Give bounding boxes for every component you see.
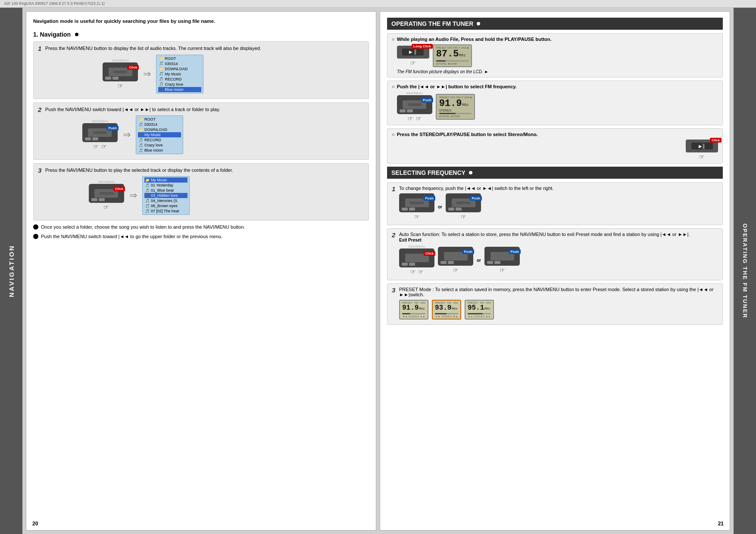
fm-lcd-caption: The FM function picture displays on the … — [397, 69, 552, 74]
header-text: Navigation mode is useful for quickly se… — [33, 18, 369, 25]
bullet-item-1: Once you select a folder, choose the son… — [33, 224, 369, 230]
fm-step-1: ○ While playing an Audio File, Press and… — [387, 33, 723, 78]
or-text-1: or — [438, 205, 442, 209]
preset-919: PRESETFMUSA 91.9MHz ◄◄STEREO►► — [399, 300, 428, 320]
step-3-number: 3 — [38, 167, 43, 174]
click-badge-step1: Click — [127, 65, 139, 70]
arrow-step2: ⇒ — [123, 129, 131, 140]
arrow-step3: ⇒ — [129, 190, 137, 201]
step-1-number: 1 — [38, 45, 43, 52]
file-list-step2: 📁ROOT 🎵030314 📁DOWNLOAD 🎵My Music 🎵RECOR… — [136, 115, 183, 154]
file-list-step1: 📁ROOT 🎵030314 📁DOWNLOAD 🎵My Music 🎵RECOR… — [156, 55, 203, 93]
autoscan-device3: Push ☞ — [484, 247, 520, 273]
preset-951: PRESETFMUSA 95.1MHz ◄◄STEREO►► — [465, 300, 494, 320]
stereo-device: ▶║ Click ☞ — [686, 140, 718, 160]
fm-step-2: ○ Push the |◄◄ or ►►| button to select F… — [387, 81, 723, 125]
click-badge-stereo: Click — [710, 138, 722, 143]
step-2-number: 2 — [38, 106, 43, 113]
freq-device-left: Push ☞ — [399, 193, 434, 220]
fm-step-3: ○ Press the STEREO/PLAY/PAUSE button to … — [387, 128, 723, 164]
bullet-item-2: Push the NAVI/MENU switch toward |◄◄ to … — [33, 233, 369, 240]
navi-device-step1: NAVI/MENU Click — [103, 59, 138, 89]
navi-device-step2: NAVI/MENU Push — [82, 120, 118, 150]
sidebar-navigation: NAVIGATION — [0, 8, 22, 534]
click-badge-step3: Click — [113, 186, 125, 191]
exit-preset-label: Exit Preset — [399, 238, 690, 242]
step-1-block: 1 Press the NAVI/MENU button to display … — [33, 41, 369, 99]
freq-device-right: Push ☞ — [446, 193, 481, 220]
bullet-section: Once you select a folder, choose the son… — [33, 224, 369, 240]
fm-step1-text: While playing an Audio File, Press and h… — [397, 37, 552, 42]
page-number-right: 21 — [718, 521, 724, 527]
play-device: ▶ ║ Long Click ☞ — [397, 46, 429, 66]
sidebar-fm-tuner: OPERATING THE FM TUNER — [734, 8, 756, 534]
step-3-block: 3 Press the NAVI/MENU button to play the… — [33, 163, 369, 220]
navi-device-step3: NAVI/MENU Click — [89, 180, 124, 211]
step-3-text: Press the NAVI/MENU button to play the s… — [45, 167, 233, 174]
lcd-919: PRESET OFFFM+YUSA■ 91.9MHz STEREO ►TOTAL… — [436, 94, 475, 120]
sel-freq-step1: 1 To change frequency, push the |◄◄ or ►… — [387, 182, 723, 225]
fm-tuner-section-header: OPERATING THE FM TUNER — [387, 18, 723, 30]
sel-freq-step2: 2 Auto Scan function: To select a statio… — [387, 228, 723, 280]
preset-939: PRESETFMUSA 93.9MHz ◄◄STEREO►► — [432, 300, 461, 320]
autoscan-device2: Push ☞ — [438, 247, 473, 273]
long-click-badge: Long Click — [412, 44, 433, 49]
lcd-875: PRESET OFFFM+YUSA■ 87.5MHz ►TOTAL ◄CONF — [433, 44, 472, 67]
autoscan-navi-device: NAVI/MENU Click ☞☞ — [399, 245, 434, 275]
step-1-text: Press the NAVI/MENU button to display th… — [45, 45, 261, 52]
step-2-block: 2 Push the NAVI/MENU switch toward |◄◄ o… — [33, 102, 369, 160]
fm-step3-text: Press the STEREO/PLAY/PAUSE button to se… — [397, 132, 718, 137]
selecting-freq-header: SELECTING FREQUENCY — [387, 167, 723, 179]
section-title: 1. Navigation — [33, 31, 369, 38]
page-number-left: 20 — [32, 521, 38, 527]
fm-step2-text: Push the |◄◄ or ►►| button to select FM … — [397, 84, 517, 89]
page-right: OPERATING THE FM TUNER ○ While playing a… — [380, 11, 730, 531]
step-2-text: Push the NAVI/MENU switch toward |◄◄ or … — [45, 106, 220, 113]
sel-freq-step3: 3 PRESET Mode : To select a station save… — [387, 283, 723, 325]
navi-device-fm2: NAVI/MENU Push — [397, 92, 432, 122]
or-text-2: or — [477, 258, 481, 263]
arrow-step1: ⇒ — [143, 68, 151, 80]
file-list-step3: 📁My Music 🎵01 Yesterday 🎵01_Blue beat 🎵0… — [142, 176, 190, 215]
sel-freq-step2-text: Auto Scan function: To select a station … — [399, 232, 690, 237]
page-left: Navigation mode is useful for quickly se… — [26, 11, 376, 531]
push-badge-step2: Push — [106, 126, 119, 130]
sel-freq-step1-text: To change frequency, push the |◄◄ or ►◄|… — [399, 186, 553, 191]
sel-freq-step3-text: PRESET Mode : To select a station saved … — [399, 287, 718, 297]
top-bar-text: iGF 100 EngUSA 030917 1956.8.27 5:3 PM페이… — [4, 1, 105, 6]
